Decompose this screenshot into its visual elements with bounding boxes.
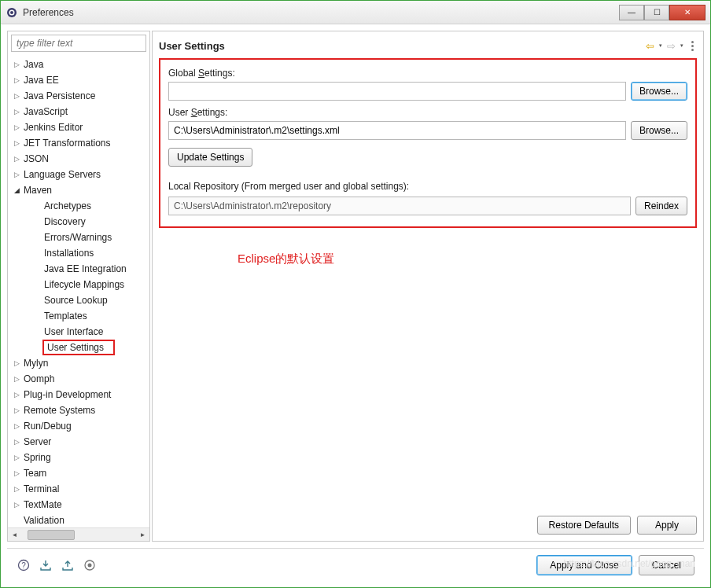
expand-icon[interactable]: ▷ <box>11 61 22 68</box>
tree-item-jet-transformations[interactable]: ▷JET Transformations <box>8 135 149 151</box>
tree-label: Java <box>22 59 45 70</box>
update-settings-button[interactable]: Update Settings <box>168 148 252 167</box>
tree-label: Run/Debug <box>22 421 73 432</box>
expand-icon[interactable]: ▷ <box>11 359 22 367</box>
apply-button[interactable]: Apply <box>637 516 697 535</box>
tree-item-archetypes[interactable]: Archetypes <box>8 198 149 214</box>
tree-item-java-ee-integration[interactable]: Java EE Integration <box>8 261 149 277</box>
expand-icon[interactable]: ▷ <box>11 76 22 84</box>
expand-icon[interactable]: ▷ <box>11 171 22 178</box>
local-repo-label: Local Repository (From merged user and g… <box>168 181 687 192</box>
forward-icon[interactable]: ⇨ <box>667 40 676 52</box>
svg-text:?: ? <box>21 561 26 570</box>
expand-icon[interactable]: ▷ <box>11 123 22 131</box>
tree-item-java-ee[interactable]: ▷Java EE <box>8 72 149 88</box>
tree-item-mylyn[interactable]: ▷Mylyn <box>8 355 149 371</box>
tree-item-spring[interactable]: ▷Spring <box>8 450 149 465</box>
help-icon[interactable]: ? <box>17 558 31 572</box>
tree-label: JSON <box>22 153 50 164</box>
tree-item-discovery[interactable]: Discovery <box>8 214 149 230</box>
tree-item-validation[interactable]: Validation <box>8 513 149 527</box>
back-dropdown-icon[interactable]: ▾ <box>659 42 662 49</box>
tree-item-terminal[interactable]: ▷Terminal <box>8 481 149 497</box>
tree-label: Plug-in Development <box>22 389 112 400</box>
tree-label: Team <box>22 468 48 479</box>
record-icon[interactable] <box>83 558 97 572</box>
apply-and-close-button[interactable]: Apply and Close <box>536 555 632 575</box>
svg-point-6 <box>88 563 92 567</box>
expand-icon[interactable]: ▷ <box>11 108 22 116</box>
tree-label: JavaScript <box>22 106 69 117</box>
restore-defaults-button[interactable]: Restore Defaults <box>537 516 631 535</box>
tree-item-user-interface[interactable]: User Interface <box>8 324 149 340</box>
expand-icon[interactable]: ▷ <box>11 469 22 477</box>
global-settings-label: Global Settings: <box>168 68 687 79</box>
import-icon[interactable] <box>39 558 53 572</box>
expand-icon[interactable]: ▷ <box>11 438 22 446</box>
tree-item-source-lookup[interactable]: Source Lookup <box>8 292 149 308</box>
settings-highlight-box: Global Settings: Browse... User Settings… <box>159 58 697 228</box>
maximize-button[interactable]: ☐ <box>644 5 669 20</box>
tree-label: Discovery <box>42 216 87 227</box>
export-icon[interactable] <box>61 558 75 572</box>
tree-label: Source Lookup <box>42 295 109 306</box>
tree-item-user-settings[interactable]: User Settings <box>8 340 149 355</box>
tree-label: Templates <box>42 311 89 322</box>
tree-item-lifecycle-mappings[interactable]: Lifecycle Mappings <box>8 277 149 292</box>
tree-label: JET Transformations <box>22 138 112 149</box>
tree-item-json[interactable]: ▷JSON <box>8 151 149 167</box>
reindex-button[interactable]: Reindex <box>635 197 687 215</box>
expand-icon[interactable]: ▷ <box>11 391 22 399</box>
tree-label: Remote Systems <box>22 405 97 416</box>
page-title: User Settings <box>159 40 646 52</box>
back-icon[interactable]: ⇦ <box>646 40 654 52</box>
minimize-button[interactable]: — <box>619 5 644 20</box>
horizontal-scrollbar[interactable]: ◄ ► <box>8 527 149 541</box>
expand-icon[interactable]: ▷ <box>11 422 22 430</box>
tree-item-server[interactable]: ▷Server <box>8 434 149 450</box>
tree-item-team[interactable]: ▷Team <box>8 465 149 481</box>
tree-label: TextMate <box>22 499 64 510</box>
expand-icon[interactable]: ▷ <box>11 139 22 147</box>
tree-item-maven[interactable]: ◢Maven <box>8 182 149 198</box>
user-browse-button[interactable]: Browse... <box>631 121 687 140</box>
tree-item-java[interactable]: ▷Java <box>8 57 149 72</box>
filter-input[interactable] <box>11 35 146 52</box>
expand-icon[interactable]: ▷ <box>11 92 22 100</box>
view-menu-icon[interactable] <box>688 41 697 51</box>
titlebar: Preferences — ☐ ✕ <box>1 1 710 24</box>
forward-dropdown-icon[interactable]: ▾ <box>680 42 683 49</box>
global-browse-button[interactable]: Browse... <box>631 82 687 101</box>
tree-item-javascript[interactable]: ▷JavaScript <box>8 104 149 119</box>
tree-item-errors-warnings[interactable]: Errors/Warnings <box>8 230 149 245</box>
tree-item-templates[interactable]: Templates <box>8 308 149 324</box>
tree-item-plug-in-development[interactable]: ▷Plug-in Development <box>8 387 149 402</box>
expand-icon[interactable]: ▷ <box>11 375 22 383</box>
tree-item-language-servers[interactable]: ▷Language Servers <box>8 167 149 182</box>
tree-label: Mylyn <box>22 358 50 369</box>
tree-item-oomph[interactable]: ▷Oomph <box>8 371 149 387</box>
tree-label: Jenkins Editor <box>22 122 84 133</box>
settings-page: User Settings ⇦ ▾ ⇨ ▾ Global Settings: B… <box>152 31 704 542</box>
global-settings-input[interactable] <box>168 82 626 101</box>
tree-item-run-debug[interactable]: ▷Run/Debug <box>8 418 149 434</box>
tree-label: Language Servers <box>22 169 102 180</box>
tree-item-textmate[interactable]: ▷TextMate <box>8 497 149 513</box>
user-settings-input[interactable] <box>168 121 626 140</box>
collapse-icon[interactable]: ◢ <box>11 186 22 194</box>
expand-icon[interactable]: ▷ <box>11 454 22 461</box>
window-title: Preferences <box>23 7 619 18</box>
close-button[interactable]: ✕ <box>669 5 705 20</box>
preferences-tree[interactable]: ▷Java▷Java EE▷Java Persistence▷JavaScrip… <box>8 55 149 527</box>
expand-icon[interactable]: ▷ <box>11 485 22 493</box>
cancel-button[interactable]: Cancel <box>639 555 694 575</box>
expand-icon[interactable]: ▷ <box>11 501 22 509</box>
expand-icon[interactable]: ▷ <box>11 406 22 414</box>
tree-label: Archetypes <box>42 200 93 211</box>
tree-item-java-persistence[interactable]: ▷Java Persistence <box>8 88 149 104</box>
tree-item-remote-systems[interactable]: ▷Remote Systems <box>8 402 149 418</box>
tree-item-installations[interactable]: Installations <box>8 245 149 261</box>
expand-icon[interactable]: ▷ <box>11 155 22 163</box>
tree-label: Server <box>22 436 53 447</box>
tree-item-jenkins-editor[interactable]: ▷Jenkins Editor <box>8 119 149 135</box>
